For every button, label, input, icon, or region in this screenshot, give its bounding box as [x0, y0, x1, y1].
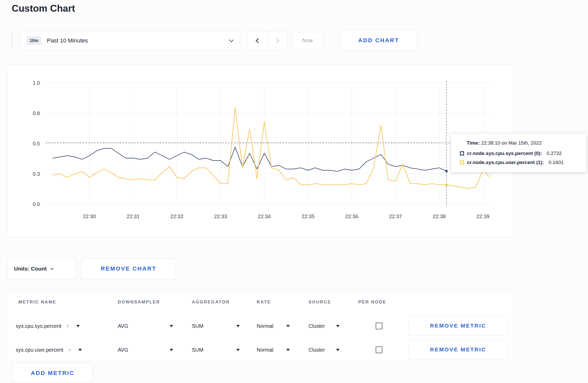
- column-header-downsampler: DOWNSAMPLER: [118, 300, 160, 305]
- aggregator-value: SUM: [192, 323, 203, 329]
- rate-value: Normal: [257, 347, 273, 353]
- chart-card: 0.00.30.50.81.022:3022:3122:3222:3322:34…: [8, 65, 513, 238]
- per-node-checkbox[interactable]: [376, 323, 382, 329]
- tooltip-series-value: 0.1601: [549, 160, 564, 165]
- downsampler-select[interactable]: AVG: [118, 339, 173, 360]
- tooltip-time-value: 22:38:10 on Mar 15th, 2022: [481, 140, 542, 146]
- clear-metric-icon[interactable]: ×: [66, 323, 70, 329]
- svg-text:22:32: 22:32: [170, 214, 183, 219]
- time-range-label: Past 10 Minutes: [47, 37, 88, 44]
- page-title: Custom Chart: [12, 3, 75, 14]
- rate-value: Normal: [257, 323, 273, 329]
- time-range-badge: 10m: [27, 37, 41, 45]
- caret-down-icon: [170, 325, 173, 327]
- clear-metric-icon[interactable]: ×: [68, 347, 72, 353]
- add-chart-button[interactable]: ADD CHART: [340, 30, 417, 51]
- table-row: sys.cpu.sys.percent × AVG SUM Normal Clu…: [8, 316, 513, 336]
- tooltip-time-label: Time:: [467, 140, 480, 146]
- svg-text:22:34: 22:34: [258, 214, 271, 219]
- caret-down-icon: [236, 325, 240, 327]
- custom-chart-page: Custom Chart 10m Past 10 Minutes Now ADD…: [0, 0, 588, 383]
- svg-text:22:36: 22:36: [345, 214, 358, 219]
- chevron-down-icon: [229, 37, 234, 42]
- tooltip-series-label: cr.node.sys.cpu.sys.percent (0):: [467, 151, 542, 156]
- aggregator-select[interactable]: SUM: [192, 339, 240, 360]
- tooltip-series-row: cr.node.sys.cpu.sys.percent (0): 0.2732: [460, 151, 578, 156]
- chart-tooltip: Time: 22:38:10 on Mar 15th, 2022 cr.node…: [451, 133, 586, 172]
- chevron-down-icon: [50, 266, 54, 270]
- metric-name-select[interactable]: sys.cpu.sys.percent ×: [16, 316, 80, 336]
- now-button[interactable]: Now: [292, 32, 323, 49]
- caret-down-icon: [170, 349, 173, 351]
- svg-text:1.0: 1.0: [33, 80, 40, 86]
- svg-text:22:33: 22:33: [214, 214, 227, 219]
- column-header-source: SOURCE: [309, 300, 331, 305]
- caret-down-icon: [236, 349, 240, 351]
- tooltip-time: Time: 22:38:10 on Mar 15th, 2022: [467, 140, 578, 146]
- add-metric-button[interactable]: ADD METRIC: [12, 363, 93, 383]
- svg-text:22:35: 22:35: [302, 214, 314, 219]
- table-row: sys.cpu.user.percent × AVG SUM Normal Cl…: [8, 339, 513, 360]
- toolbar-divider: [11, 31, 12, 50]
- remove-metric-button[interactable]: REMOVE METRIC: [409, 339, 508, 360]
- caret-down-icon: [286, 325, 290, 327]
- caret-down-icon: [336, 325, 340, 327]
- chart-canvas[interactable]: 0.00.30.50.81.022:3022:3122:3222:3322:34…: [8, 65, 513, 237]
- caret-down-icon: [78, 349, 82, 351]
- metrics-table: METRIC NAME DOWNSAMPLER AGGREGATOR RATE …: [8, 293, 513, 361]
- time-range-dropdown[interactable]: 10m Past 10 Minutes: [20, 31, 240, 50]
- svg-text:0.0: 0.0: [33, 201, 40, 207]
- svg-text:0.8: 0.8: [33, 110, 40, 116]
- aggregator-select[interactable]: SUM: [192, 316, 240, 336]
- downsampler-value: AVG: [118, 323, 128, 329]
- caret-down-icon: [336, 349, 340, 351]
- column-header-aggregator: AGGREGATOR: [192, 300, 230, 305]
- column-header-rate: RATE: [257, 300, 271, 305]
- tooltip-series-row: cr.node.sys.cpu.user.percent (1): 0.1601: [460, 160, 578, 165]
- chevron-left-icon: [256, 38, 261, 43]
- downsampler-select[interactable]: AVG: [118, 316, 173, 336]
- time-back-button[interactable]: [247, 31, 268, 50]
- downsampler-value: AVG: [118, 347, 128, 353]
- series-swatch-icon: [460, 160, 464, 165]
- remove-chart-button[interactable]: REMOVE CHART: [81, 258, 176, 279]
- chevron-right-icon: [274, 38, 279, 43]
- caret-down-icon: [286, 349, 290, 351]
- metric-name-value: sys.cpu.sys.percent: [16, 323, 61, 329]
- svg-text:22:37: 22:37: [389, 214, 402, 219]
- svg-text:22:31: 22:31: [127, 214, 139, 219]
- series-swatch-icon: [460, 151, 464, 155]
- source-select[interactable]: Cluster: [309, 339, 340, 360]
- source-select[interactable]: Cluster: [309, 316, 340, 336]
- svg-text:0.5: 0.5: [33, 141, 40, 146]
- metric-name-value: sys.cpu.user.percent: [16, 347, 63, 353]
- rate-select[interactable]: Normal: [257, 316, 290, 336]
- aggregator-value: SUM: [192, 347, 203, 353]
- time-forward-button[interactable]: [267, 31, 288, 50]
- source-value: Cluster: [309, 347, 325, 353]
- metric-name-select[interactable]: sys.cpu.user.percent ×: [16, 339, 82, 360]
- svg-text:0.3: 0.3: [33, 171, 40, 177]
- svg-text:22:30: 22:30: [83, 214, 96, 219]
- units-label: Units: Count: [14, 266, 47, 272]
- tooltip-series-value: 0.2732: [547, 151, 562, 156]
- remove-metric-button[interactable]: REMOVE METRIC: [409, 316, 508, 336]
- svg-text:22:39: 22:39: [477, 214, 489, 219]
- rate-select[interactable]: Normal: [257, 339, 290, 360]
- tooltip-series-label: cr.node.sys.cpu.user.percent (1):: [467, 160, 544, 165]
- source-value: Cluster: [309, 323, 325, 329]
- per-node-checkbox[interactable]: [376, 346, 382, 353]
- column-header-metric-name: METRIC NAME: [18, 300, 56, 305]
- svg-text:22:38: 22:38: [433, 214, 446, 219]
- units-dropdown[interactable]: Units: Count: [8, 258, 76, 279]
- column-header-per-node: PER NODE: [358, 300, 386, 305]
- caret-down-icon: [76, 325, 80, 327]
